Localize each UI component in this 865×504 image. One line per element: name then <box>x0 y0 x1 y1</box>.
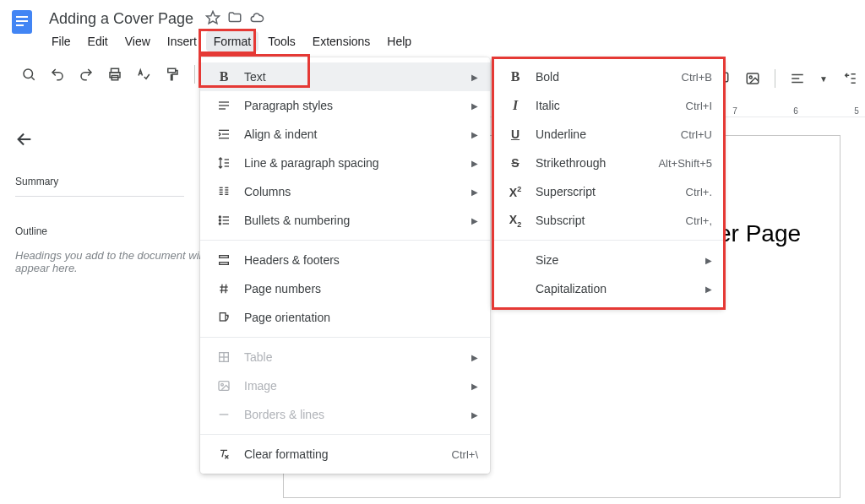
outline-summary-label: Summary <box>15 176 184 197</box>
indent-icon <box>215 126 232 143</box>
align-icon[interactable] <box>789 70 806 87</box>
svg-point-14 <box>749 76 752 79</box>
doc-title[interactable]: Adding a Cover Page <box>44 8 199 30</box>
menu-format[interactable]: Format <box>206 31 258 51</box>
menu-label: Align & indent <box>244 127 460 141</box>
undo-icon[interactable] <box>49 66 66 83</box>
print-icon[interactable] <box>106 66 123 83</box>
toolbar-divider <box>775 69 775 88</box>
menu-label: Subscript <box>536 214 674 227</box>
menu-label: Size <box>536 253 694 267</box>
menu-table: Table ▶ <box>200 343 490 371</box>
svg-rect-10 <box>168 68 176 73</box>
svg-point-41 <box>219 223 220 225</box>
menu-page-numbers[interactable]: Page numbers <box>200 274 490 303</box>
menu-help[interactable]: Help <box>379 31 419 51</box>
menu-label: Page numbers <box>244 282 478 295</box>
outline-back-icon[interactable] <box>15 130 34 154</box>
menu-label: Table <box>244 350 460 364</box>
svg-point-39 <box>219 216 220 218</box>
menu-label: Clear formatting <box>244 447 440 461</box>
svg-marker-4 <box>207 12 220 24</box>
table-icon <box>215 349 232 366</box>
menu-headers-footers[interactable]: Headers & footers <box>200 246 490 274</box>
menu-extensions[interactable]: Extensions <box>305 31 378 51</box>
page-orientation-icon <box>215 309 232 326</box>
cloud-icon[interactable] <box>249 10 264 28</box>
submenu-arrow-icon: ▶ <box>705 285 712 294</box>
text-superscript[interactable]: X2 Superscript Ctrl+. <box>492 177 724 206</box>
menu-label: Image <box>244 379 460 393</box>
menu-insert[interactable]: Insert <box>160 31 204 51</box>
menu-image: Image ▶ <box>200 371 490 400</box>
text-capitalization[interactable]: Capitalization ▶ <box>492 274 724 303</box>
image-icon <box>215 377 232 394</box>
format-menu: B Text ▶ Paragraph styles ▶ Align & inde… <box>200 57 490 474</box>
menu-bullets[interactable]: Bullets & numbering ▶ <box>200 206 490 235</box>
search-icon[interactable] <box>20 66 37 83</box>
menu-shortcut: Ctrl+\ <box>452 448 478 461</box>
menu-page-orientation[interactable]: Page orientation <box>200 303 490 332</box>
menu-clear-formatting[interactable]: Clear formatting Ctrl+\ <box>200 440 490 469</box>
menu-label: Superscript <box>536 185 674 198</box>
spellcheck-icon[interactable] <box>135 66 152 83</box>
menu-text[interactable]: B Text ▶ <box>200 62 490 91</box>
menu-align-indent[interactable]: Align & indent ▶ <box>200 120 490 149</box>
insert-image-icon[interactable] <box>744 70 761 87</box>
text-submenu: B Bold Ctrl+B I Italic Ctrl+I U Underlin… <box>492 57 724 308</box>
menu-paragraph-styles[interactable]: Paragraph styles ▶ <box>200 91 490 120</box>
header-footer-icon <box>215 252 232 268</box>
submenu-arrow-icon: ▶ <box>471 130 478 139</box>
menu-view[interactable]: View <box>117 31 158 51</box>
subscript-icon: X2 <box>507 212 524 229</box>
svg-rect-3 <box>16 24 24 26</box>
menu-line-spacing[interactable]: Line & paragraph spacing ▶ <box>200 149 490 177</box>
menu-borders-lines: Borders & lines ▶ <box>200 400 490 429</box>
text-bold[interactable]: B Bold Ctrl+B <box>492 62 724 91</box>
svg-line-50 <box>226 285 226 294</box>
line-spacing-icon[interactable] <box>841 70 858 87</box>
menu-label: Strikethrough <box>536 156 646 170</box>
menu-separator <box>200 240 490 241</box>
submenu-arrow-icon: ▶ <box>471 353 478 362</box>
text-subscript[interactable]: X2 Subscript Ctrl+, <box>492 206 724 235</box>
menu-file[interactable]: File <box>44 31 79 51</box>
menu-shortcut: Ctrl+B <box>682 71 712 84</box>
hash-icon <box>215 280 232 297</box>
clear-format-icon <box>215 446 232 463</box>
menu-shortcut: Ctrl+. <box>686 186 712 198</box>
menu-shortcut: Ctrl+, <box>686 214 712 227</box>
toolbar-divider <box>194 65 195 84</box>
menu-tools[interactable]: Tools <box>260 31 303 51</box>
submenu-arrow-icon: ▶ <box>471 382 478 391</box>
svg-line-6 <box>31 77 34 79</box>
dropdown-caret-icon[interactable]: ▼ <box>819 74 828 84</box>
menu-shortcut: Alt+Shift+5 <box>658 157 712 170</box>
text-strikethrough[interactable]: S Strikethrough Alt+Shift+5 <box>492 149 724 177</box>
text-underline[interactable]: U Underline Ctrl+U <box>492 120 724 149</box>
text-italic[interactable]: I Italic Ctrl+I <box>492 91 724 120</box>
bold-icon: B <box>507 68 524 85</box>
menu-label: Page orientation <box>244 311 478 324</box>
star-icon[interactable] <box>205 10 220 28</box>
docs-logo[interactable] <box>7 7 37 37</box>
menubar: File Edit View Insert Format Tools Exten… <box>44 31 858 51</box>
menu-columns[interactable]: Columns ▶ <box>200 177 490 206</box>
redo-icon[interactable] <box>78 66 95 83</box>
menu-edit[interactable]: Edit <box>80 31 116 51</box>
ruler-label: 7 <box>732 106 737 116</box>
paint-format-icon[interactable] <box>164 66 181 83</box>
submenu-arrow-icon: ▶ <box>471 410 478 420</box>
svg-rect-51 <box>220 313 226 321</box>
submenu-arrow-icon: ▶ <box>471 73 478 82</box>
menu-label: Columns <box>244 185 460 198</box>
menu-label: Italic <box>536 99 674 112</box>
menu-label: Headers & footers <box>244 253 478 267</box>
line-spacing-icon <box>215 154 232 171</box>
text-size[interactable]: Size ▶ <box>492 246 724 274</box>
paragraph-icon <box>215 97 232 114</box>
menu-label: Bullets & numbering <box>244 214 460 227</box>
svg-point-56 <box>221 383 224 386</box>
menu-shortcut: Ctrl+U <box>681 128 712 141</box>
move-icon[interactable] <box>227 10 242 28</box>
